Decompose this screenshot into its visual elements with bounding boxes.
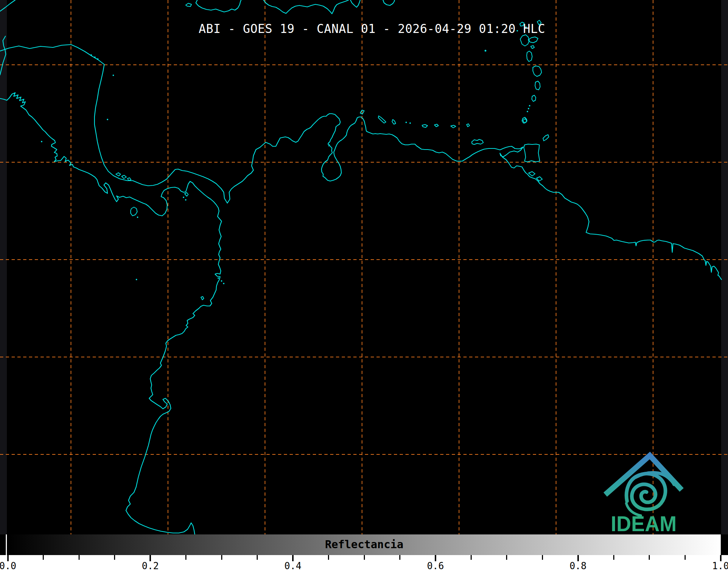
colorbar-minor-tick (471, 555, 472, 560)
islet-dot (185, 199, 186, 201)
colorbar-minor-tick (506, 555, 507, 560)
map-geometry-layer (0, 0, 728, 534)
colorbar-minor-tick (185, 555, 186, 560)
product-title: ABI - GOES 19 - CANAL 01 - 2026-04-29 01… (199, 22, 545, 36)
island-outline (531, 46, 534, 49)
colorbar-minor-tick (685, 555, 686, 560)
island-outline (520, 35, 529, 46)
colorbar-minor-tick (114, 555, 115, 560)
island-outline (122, 175, 126, 179)
colorbar-minor-tick (328, 555, 329, 560)
island-outline (451, 125, 456, 128)
islet-dot (107, 119, 108, 120)
colorbar-left-edge (6, 534, 7, 555)
logo-spiral-icon (626, 474, 665, 509)
colorbar-label: Reflectancia (325, 539, 404, 550)
island-outline (422, 125, 428, 127)
island-outline (127, 178, 131, 181)
coastline-path (264, 0, 349, 14)
colorbar-minor-tick (613, 555, 614, 560)
island-outline (434, 124, 438, 127)
colorbar-tick-label: 0.2 (142, 561, 159, 571)
coastline-path (0, 93, 222, 534)
islet-dot (136, 279, 137, 280)
island-outline (527, 51, 532, 62)
island-outline (472, 139, 483, 144)
colorbar-minor-tick (221, 555, 222, 560)
island-outline (378, 116, 386, 123)
island-outline (185, 193, 188, 196)
islet-dot (94, 56, 96, 58)
island-outline (543, 135, 549, 141)
colorbar-minor-tick (257, 555, 258, 560)
coastline-path (383, 0, 395, 5)
island-outline (186, 3, 192, 7)
colorbar-minor-tick (364, 555, 365, 560)
colorbar-minor-tick (399, 555, 400, 560)
islet-dot (221, 280, 222, 282)
colorbar-axis: 0.00.20.40.60.81.0 (0, 555, 728, 571)
island-outline (131, 207, 137, 216)
islet-dot (409, 122, 411, 124)
ideam-logo: IDEAM (605, 455, 682, 534)
island-outline (201, 297, 204, 300)
island-outline (529, 172, 535, 176)
colorbar-tick-label: 1.0 (712, 561, 728, 571)
coastline-path (350, 0, 360, 7)
satellite-product-page: IDEAM ABI - GOES 19 - CANAL 01 - 2026-04… (0, 0, 728, 571)
colorbar-minor-tick (79, 555, 80, 560)
islet-dot (223, 283, 224, 284)
map-canvas: IDEAM (0, 0, 728, 534)
logo-text: IDEAM (611, 512, 677, 534)
islet-dot (41, 141, 42, 142)
islet-dot (183, 197, 184, 198)
island-outline (524, 144, 540, 162)
colorbar-tick-label: 0.6 (427, 561, 444, 571)
colorbar-minor-tick (43, 555, 44, 560)
islet-dot (91, 54, 92, 56)
colorbar-tick-label: 0.0 (0, 561, 16, 571)
islet-dot (97, 58, 98, 60)
island-outline (532, 95, 536, 101)
colorbar-minor-tick (649, 555, 650, 560)
colorbar-minor-tick (542, 555, 543, 560)
islet-dot (137, 217, 138, 218)
coastline-path (196, 0, 241, 12)
island-outline (392, 119, 396, 124)
islet-dot (113, 75, 114, 76)
island-outline (116, 173, 121, 176)
islet-dot (527, 111, 528, 112)
islet-dot (485, 50, 487, 52)
islet-dot (405, 122, 407, 123)
colorbar-tick-label: 0.8 (569, 561, 586, 571)
islet-dot (528, 108, 529, 109)
island-outline (533, 66, 542, 76)
colorbar-tick-label: 0.4 (285, 561, 302, 571)
island-outline (528, 37, 538, 43)
islet-dot (218, 277, 219, 279)
island-outline (535, 81, 540, 90)
islet-dot (529, 105, 530, 106)
island-outline (467, 124, 470, 127)
